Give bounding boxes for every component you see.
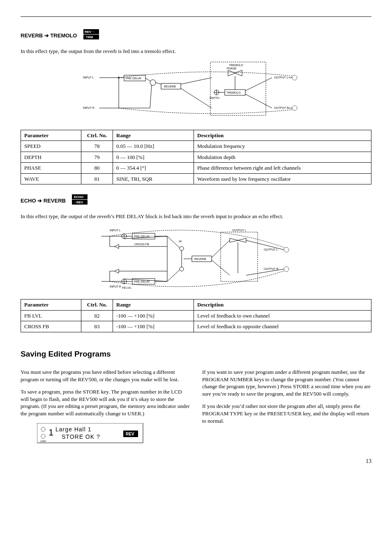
svg-text:1: 1 xyxy=(48,427,53,438)
saving-col2: If you want to save your program under a… xyxy=(202,363,371,445)
cell-param: DEPTH xyxy=(21,152,81,163)
col-desc: Description xyxy=(194,299,371,311)
svg-point-93 xyxy=(41,427,45,431)
lcd-display: USER 1 Large Hall 1 STORE OK ? REV xyxy=(37,423,190,446)
col-parameter: Parameter xyxy=(21,299,81,311)
table-row: CROSS FB 83 -100 — +100 [%] Level of fee… xyxy=(21,321,371,332)
svg-point-74 xyxy=(180,267,184,271)
col-desc: Description xyxy=(194,130,371,141)
cell-ctrl: 80 xyxy=(81,163,113,174)
section2-icon: ECHO →REV xyxy=(72,194,88,207)
cell-range: -100 — +100 [%] xyxy=(113,310,194,321)
section-reverb-tremolo: REVERB ➔ TREMOLO REV→ TRM In this effect… xyxy=(21,29,371,184)
cell-param: WAVE xyxy=(21,173,81,184)
saving-columns: You must save the programs you have edit… xyxy=(21,363,371,445)
svg-text:CROSS FB: CROSS FB xyxy=(134,243,149,246)
reverb-tremolo-diagram: TREMOLO PHASE INPUT L PRE DELAY REVERB xyxy=(81,59,311,120)
saving-p1: You must save the programs you have edit… xyxy=(21,368,190,383)
cell-range: -100 — +100 [%] xyxy=(113,321,194,332)
section1-intro: In this effect type, the output from the… xyxy=(21,48,371,55)
saving-col1: You must save the programs you have edit… xyxy=(21,363,190,445)
svg-text:STORE OK ?: STORE OK ? xyxy=(62,433,100,440)
svg-text:PRE DELAY: PRE DELAY xyxy=(134,280,150,283)
svg-point-36 xyxy=(292,106,297,111)
svg-rect-81 xyxy=(221,232,258,281)
svg-text:FB LVL: FB LVL xyxy=(122,286,131,289)
svg-line-20 xyxy=(156,83,161,84)
section1-table: Parameter Ctrl. No. Range Description SP… xyxy=(21,130,371,185)
page-number: 13 xyxy=(21,458,371,465)
svg-point-13 xyxy=(150,80,156,85)
table-row: FB LVL 82 -100 — +100 [%] Level of feedb… xyxy=(21,310,371,321)
section2-title: ECHO ➔ REVERB xyxy=(21,197,66,205)
svg-text:HI: HI xyxy=(179,240,182,243)
svg-text:INPUT L: INPUT L xyxy=(110,229,121,232)
svg-text:REV→: REV→ xyxy=(85,30,95,34)
svg-rect-4 xyxy=(210,62,266,115)
table-row: DEPTH 79 0 — 100 [%] Modulation depth xyxy=(21,152,371,163)
svg-text:PHASE: PHASE xyxy=(227,67,237,70)
cell-param: PHASE xyxy=(21,163,81,174)
section-echo-reverb: ECHO ➔ REVERB ECHO →REV In this effect t… xyxy=(21,194,371,332)
svg-line-33 xyxy=(245,78,272,91)
svg-line-22 xyxy=(181,88,212,108)
table-row: PHASE 80 0 — 354.4 [°] Phase difference … xyxy=(21,163,371,174)
svg-text:USER: USER xyxy=(40,440,46,442)
col-parameter: Parameter xyxy=(21,130,81,141)
saving-heading: Saving Edited Programs xyxy=(21,349,371,359)
cell-desc: Level of feedback to own channel xyxy=(194,310,371,321)
col-range: Range xyxy=(113,299,194,311)
section1-title: REVERB ➔ TREMOLO xyxy=(21,32,77,39)
cell-param: CROSS FB xyxy=(21,321,81,332)
section1-icon: REV→ TRM xyxy=(83,29,100,42)
svg-line-83 xyxy=(212,240,230,258)
svg-text:TREMOLO: TREMOLO xyxy=(229,64,243,67)
svg-line-21 xyxy=(181,78,212,84)
cell-desc: Waveform used by low frequency oscillato… xyxy=(194,173,371,184)
svg-line-76 xyxy=(167,270,180,281)
col-range: Range xyxy=(113,130,194,141)
svg-text:TREMOLO: TREMOLO xyxy=(226,91,241,94)
cell-ctrl: 82 xyxy=(81,310,113,321)
cell-range: 0 — 354.4 [°] xyxy=(113,163,194,174)
svg-text:OUTPUT R: OUTPUT R xyxy=(264,267,279,270)
section1-diagram: TREMOLO PHASE INPUT L PRE DELAY REVERB xyxy=(21,59,371,122)
svg-text:OUTPUT R: OUTPUT R xyxy=(274,106,289,109)
svg-text:→REV: →REV xyxy=(73,200,83,204)
svg-text:INPUT R: INPUT R xyxy=(110,285,121,288)
section2-table: Parameter Ctrl. No. Range Description FB… xyxy=(21,299,371,332)
svg-point-87 xyxy=(284,247,289,252)
cell-param: FB LVL xyxy=(21,310,81,321)
svg-text:REV: REV xyxy=(126,432,134,436)
saving-p4: If you decide you’d rather not store the… xyxy=(202,403,371,424)
table-header-row: Parameter Ctrl. No. Range Description xyxy=(21,130,371,141)
cell-ctrl: 78 xyxy=(81,141,113,152)
svg-line-37 xyxy=(245,94,272,108)
cell-desc: Modulation depth xyxy=(194,152,371,163)
cell-desc: Level of feedback to opposite channel xyxy=(194,321,371,332)
svg-line-75 xyxy=(167,236,180,248)
echo-reverb-diagram: INPUT L INPUT R PRE DELAY PRE DELAY CROS… xyxy=(85,224,307,290)
cell-range: 0 — 100 [%] xyxy=(113,152,194,163)
svg-text:ECHO: ECHO xyxy=(74,195,83,199)
svg-text:OUTPUT L: OUTPUT L xyxy=(274,76,288,79)
svg-text:OUTPUT L: OUTPUT L xyxy=(232,229,247,232)
section2-intro: In this effect type, the output of the r… xyxy=(21,213,371,220)
svg-text:INPUT L: INPUT L xyxy=(83,76,94,79)
svg-point-32 xyxy=(292,75,297,80)
cell-range: SINE, TRI, SQR xyxy=(113,173,194,184)
cell-desc: Modulation frequency xyxy=(194,141,371,152)
col-ctrl-no: Ctrl. No. xyxy=(81,130,113,141)
svg-text:PRE DELAY: PRE DELAY xyxy=(126,77,142,80)
cell-ctrl: 83 xyxy=(81,321,113,332)
table-row: SPEED 78 0.05 — 10.0 [Hz] Modulation fre… xyxy=(21,141,371,152)
table-header-row: Parameter Ctrl. No. Range Description xyxy=(21,299,371,311)
saving-p3: If you want to save your program under a… xyxy=(202,368,371,397)
svg-text:OUTPUT L: OUTPUT L xyxy=(264,248,278,251)
cell-range: 0.05 — 10.0 [Hz] xyxy=(113,141,194,152)
col-ctrl-no: Ctrl. No. xyxy=(81,299,113,311)
svg-text:REVERB: REVERB xyxy=(164,85,176,88)
cell-ctrl: 79 xyxy=(81,152,113,163)
table-row: WAVE 81 SINE, TRI, SQR Waveform used by … xyxy=(21,173,371,184)
saving-p2: To save a program, press the STORE key. … xyxy=(21,388,190,417)
